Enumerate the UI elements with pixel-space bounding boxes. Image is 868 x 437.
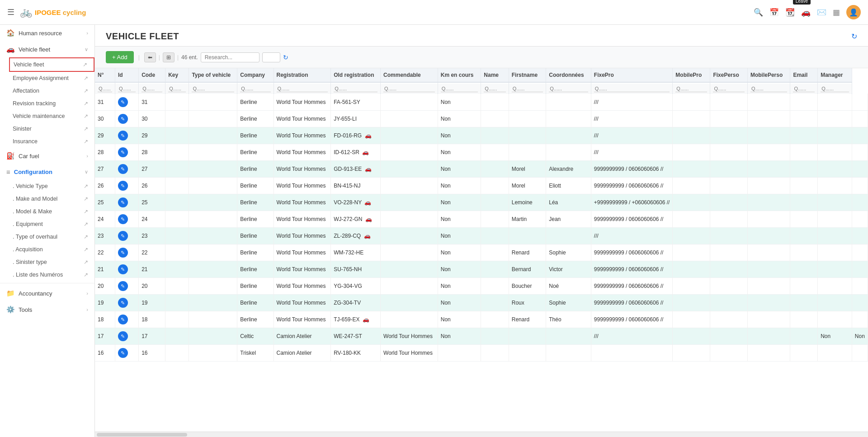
sidebar-item-vehicle-type[interactable]: . Vehicle Type ↗ <box>9 180 94 193</box>
sidebar-item-insurance[interactable]: Insurance ↗ <box>9 135 94 148</box>
edit-button[interactable]: ✎ <box>118 114 128 124</box>
filter-manager[interactable] <box>821 85 849 92</box>
back-icon[interactable]: ⬅ <box>144 52 156 62</box>
cell-edit[interactable]: ✎ <box>115 261 138 278</box>
ext-icon-af: ↗ <box>84 88 88 94</box>
cell-edit[interactable]: ✎ <box>115 178 138 194</box>
sidebar-item-vehicle-fleet-parent[interactable]: 🚗 Vehicle fleet ∨ <box>0 41 94 57</box>
edit-button[interactable]: ✎ <box>118 315 128 324</box>
edit-button[interactable]: ✎ <box>118 248 128 258</box>
filter-mobilepro[interactable] <box>675 85 707 92</box>
filter-name[interactable] <box>484 85 505 92</box>
sidebar-item-sinister[interactable]: Sinister ↗ <box>9 122 94 135</box>
layout-icon[interactable]: ▦ <box>833 8 840 17</box>
edit-button[interactable]: ✎ <box>118 231 128 241</box>
filter-fixepro[interactable] <box>594 85 670 92</box>
sidebar-item-make-and-model[interactable]: . Make and Model ↗ <box>9 193 94 205</box>
cell-edit[interactable]: ✎ <box>115 144 138 161</box>
cell-fixepro <box>673 94 710 111</box>
sidebar-item-employee-assignment[interactable]: Employee Assignment ↗ <box>9 72 94 85</box>
cell-edit[interactable]: ✎ <box>115 244 138 261</box>
cell-edit[interactable]: ✎ <box>115 161 138 178</box>
sidebar-item-car-fuel[interactable]: ⛽ Car fuel › <box>0 148 94 164</box>
car-nav-icon[interactable]: 🚗 Leave <box>801 8 811 17</box>
sidebar-item-vehicle-fleet[interactable]: Vehicle fleet ↗ <box>9 57 94 72</box>
search-icon[interactable]: 🔍 <box>754 8 763 17</box>
cell-oldreg <box>381 295 438 311</box>
edit-button[interactable]: ✎ <box>118 264 128 274</box>
filter-company[interactable] <box>240 85 270 92</box>
edit-button[interactable]: ✎ <box>118 298 128 308</box>
cell-edit[interactable]: ✎ <box>115 127 138 144</box>
sidebar-item-accountancy[interactable]: 📁 Accountancy › <box>0 285 94 301</box>
cell-edit[interactable]: ✎ <box>115 211 138 228</box>
filter-n[interactable] <box>98 85 112 92</box>
search-input[interactable] <box>201 52 259 62</box>
hamburger-icon[interactable]: ☰ <box>7 7 14 17</box>
bottom-scrollbar[interactable] <box>95 432 868 437</box>
edit-button[interactable]: ✎ <box>118 214 128 224</box>
sidebar-item-vehicle-maintenance[interactable]: Vehicle maintenance ↗ <box>9 110 94 122</box>
edit-button[interactable]: ✎ <box>118 348 128 358</box>
cell-km <box>481 127 509 144</box>
calendar-icon[interactable]: 📅 <box>769 8 779 17</box>
filter-km[interactable] <box>441 85 478 92</box>
add-button[interactable]: + Add <box>106 51 134 63</box>
mail-icon[interactable]: ✉️ <box>817 8 826 17</box>
cell-edit[interactable]: ✎ <box>115 94 138 111</box>
filter-code[interactable] <box>142 85 162 92</box>
edit-button[interactable]: ✎ <box>118 181 128 191</box>
sidebar-item-acquisition[interactable]: . Acquisition ↗ <box>9 243 94 256</box>
filter-email[interactable] <box>793 85 815 92</box>
cell-edit[interactable]: ✎ <box>115 311 138 328</box>
cell-edit[interactable]: ✎ <box>115 194 138 211</box>
filter-fixeperso[interactable] <box>713 85 745 92</box>
filter-commendable[interactable] <box>383 85 435 92</box>
edit-button[interactable]: ✎ <box>118 147 128 157</box>
filter-type[interactable] <box>192 85 234 92</box>
refresh-icon[interactable]: ↻ <box>851 32 857 41</box>
sidebar-item-sinister-type[interactable]: . Sinister type ↗ <box>9 256 94 268</box>
edit-button[interactable]: ✎ <box>118 131 128 141</box>
sidebar-item-affectation[interactable]: Affectation ↗ <box>9 85 94 97</box>
cell-mobilepro <box>710 328 748 345</box>
filter-reg[interactable] <box>277 85 328 92</box>
sidebar-item-liste-numeros[interactable]: . Liste des Numéros ↗ <box>9 268 94 281</box>
chevron-right-icon: › <box>86 30 88 36</box>
filter-mobileperso[interactable] <box>750 85 787 92</box>
cell-edit[interactable]: ✎ <box>115 295 138 311</box>
filter-id[interactable] <box>118 85 136 92</box>
edit-button[interactable]: ✎ <box>118 197 128 207</box>
edit-button[interactable]: ✎ <box>118 331 128 341</box>
page-size-input[interactable]: 50 <box>262 52 280 62</box>
filter-firstname[interactable] <box>512 85 543 92</box>
cell-edit[interactable]: ✎ <box>115 345 138 362</box>
filter-key[interactable] <box>168 85 186 92</box>
table-refresh-icon[interactable]: ↻ <box>283 54 288 61</box>
calendar2-icon[interactable]: 📆 <box>785 8 795 17</box>
sidebar-item-human-resource[interactable]: 🏠 Human resource › <box>0 25 94 41</box>
sidebar-item-model-make[interactable]: . Model & Make ↗ <box>9 205 94 218</box>
toolbar-separator: | <box>138 54 140 61</box>
sidebar-item-configuration[interactable]: ≡ Configuration ∨ <box>0 164 94 180</box>
cell-email: Non <box>818 328 852 345</box>
sidebar-item-revision-tracking[interactable]: Revision tracking ↗ <box>9 97 94 110</box>
table-container[interactable]: N° Id Code Key Type of vehicle Company R… <box>95 68 868 432</box>
cell-edit[interactable]: ✎ <box>115 328 138 345</box>
avatar[interactable]: 👤 <box>846 5 861 19</box>
sidebar-item-type-of-overhaul[interactable]: . Type of overhaul ↗ <box>9 230 94 243</box>
cell-edit[interactable]: ✎ <box>115 228 138 244</box>
edit-button[interactable]: ✎ <box>118 164 128 174</box>
cell-edit[interactable]: ✎ <box>115 278 138 295</box>
cell-coords: /// <box>591 111 673 127</box>
scroll-thumb[interactable] <box>97 433 187 437</box>
view-toggle-icon[interactable]: ⊞ <box>163 52 175 62</box>
sidebar-item-equipment[interactable]: . Equipment ↗ <box>9 218 94 230</box>
edit-button[interactable]: ✎ <box>118 97 128 107</box>
filter-coords[interactable] <box>549 85 588 92</box>
edit-button[interactable]: ✎ <box>118 281 128 291</box>
filter-oldreg[interactable] <box>334 85 377 92</box>
sidebar-item-tools[interactable]: ⚙️ Tools › <box>0 301 94 318</box>
cell-edit[interactable]: ✎ <box>115 111 138 127</box>
sidebar-vehicle-fleet-sub: Vehicle fleet ↗ Employee Assignment ↗ Af… <box>0 57 94 148</box>
